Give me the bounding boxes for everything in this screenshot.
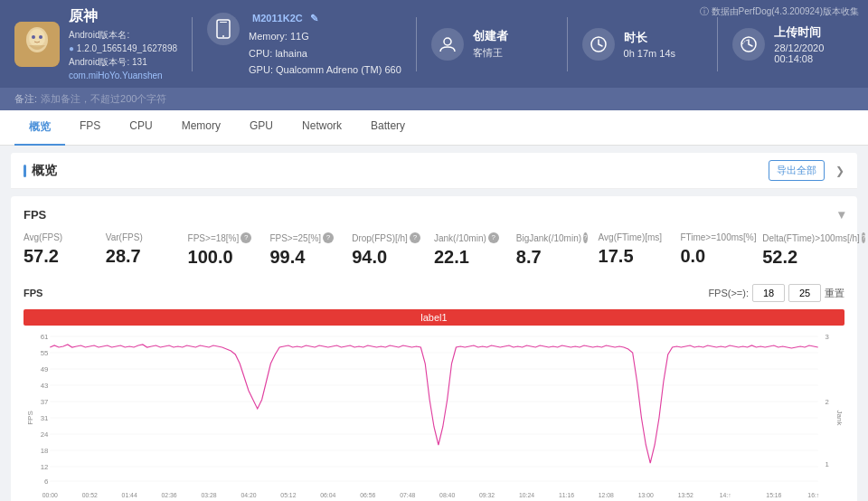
svg-text:3: 3 [826, 333, 830, 341]
tab-network[interactable]: Network [288, 110, 356, 146]
svg-text:03:28: 03:28 [201, 492, 216, 498]
info-icon-bigjank[interactable]: ? [583, 232, 588, 243]
svg-text:1: 1 [826, 460, 829, 468]
fps-section-title: FPS [24, 208, 46, 222]
svg-text:55: 55 [41, 349, 49, 357]
upload-time-section: 上传时间 28/12/2020 00:14:08 [732, 24, 854, 64]
svg-rect-6 [220, 22, 227, 23]
overview-section: 概览 导出全部 ❯ [11, 153, 857, 189]
svg-text:12: 12 [41, 463, 49, 471]
svg-text:07:48: 07:48 [400, 492, 415, 498]
red-label-bar: label1 [24, 309, 844, 326]
fps-stat-bigjank: BigJank(/10min) ? 8.7 [516, 232, 599, 268]
header-divider-4 [717, 17, 718, 71]
threshold-18-input[interactable] [752, 284, 785, 302]
fps-section-header: FPS ▾ [24, 207, 844, 222]
app-text: 原神 Android版本名: ● 1.2.0_1565149_1627898 A… [69, 7, 177, 80]
upload-time-label: 上传时间 [774, 24, 854, 41]
threshold-25-input[interactable] [788, 284, 821, 302]
creator-text: 创建者 客情王 [473, 28, 508, 60]
duration-icon [582, 28, 615, 61]
tab-overview[interactable]: 概览 [14, 110, 65, 146]
creator-section: 创建者 客情王 [431, 28, 552, 61]
svg-rect-11 [24, 327, 844, 499]
info-icon-delta[interactable]: ? [862, 232, 865, 243]
svg-text:02:36: 02:36 [162, 492, 177, 498]
tab-battery[interactable]: Battery [356, 110, 420, 146]
svg-text:12:08: 12:08 [599, 492, 614, 498]
device-info-section: M2011K2C ✎ Memory: 11G CPU: lahaina GPU:… [207, 9, 401, 79]
header-divider-1 [192, 17, 193, 71]
fps-threshold-control: FPS(>=): 重置 [708, 284, 844, 302]
device-detail: Memory: 11G CPU: lahaina GPU: Qualcomm A… [249, 28, 401, 79]
notes-bar: 备注: 添加备注，不超过200个字符 [0, 88, 868, 110]
fps-stat-jank: Jank(/10min) ? 22.1 [434, 232, 516, 268]
device-edit-icon[interactable]: ✎ [310, 13, 318, 24]
fps-stat-gte25: FPS>=25[%] ? 99.4 [269, 232, 352, 268]
fps-stat-avgftime: Avg(FTime)[ms] 17.5 [599, 232, 681, 268]
phone-icon [207, 13, 240, 45]
svg-text:Jank: Jank [835, 411, 844, 426]
creator-icon [431, 28, 464, 61]
svg-point-3 [32, 35, 35, 39]
device-text: M2011K2C ✎ Memory: 11G CPU: lahaina GPU:… [249, 9, 401, 79]
fps-stat-avg: Avg(FPS) 57.2 [24, 232, 106, 268]
app-info-section: 原神 Android版本名: ● 1.2.0_1565149_1627898 A… [14, 7, 177, 80]
svg-text:05:12: 05:12 [280, 492, 296, 498]
tab-cpu[interactable]: CPU [115, 110, 166, 146]
header-divider-2 [416, 17, 417, 71]
info-icon-gte18[interactable]: ? [241, 232, 251, 243]
main-content: 概览 导出全部 ❯ FPS ▾ Avg(FPS) 57.2 Var(FPS) 2… [0, 146, 868, 501]
svg-text:06:04: 06:04 [320, 492, 335, 498]
tab-fps[interactable]: FPS [65, 110, 115, 146]
tab-gpu[interactable]: GPU [235, 110, 288, 146]
source-info: ⓘ 数据由PerfDog(4.3.200924)版本收集 [700, 5, 859, 18]
notes-label: 备注: [14, 92, 37, 106]
chart-fps-label: FPS [24, 288, 42, 298]
overview-title: 概览 [24, 163, 57, 179]
collapse-icon[interactable]: ❯ [835, 165, 844, 177]
svg-text:00:00: 00:00 [42, 492, 58, 498]
svg-text:13:00: 13:00 [638, 492, 654, 498]
svg-text:11:16: 11:16 [559, 492, 574, 498]
svg-text:00:52: 00:52 [82, 492, 98, 498]
svg-text:06:56: 06:56 [360, 492, 375, 498]
svg-text:18: 18 [41, 447, 49, 455]
app-package: com.miHoYo.Yuanshen [69, 71, 177, 80]
creator-value: 客情王 [473, 46, 508, 60]
fps-collapse-icon[interactable]: ▾ [838, 207, 844, 222]
duration-section: 时长 0h 17m 14s [582, 28, 703, 61]
notes-input[interactable]: 添加备注，不超过200个字符 [41, 92, 166, 106]
info-icon-jank[interactable]: ? [488, 232, 499, 243]
creator-label: 创建者 [473, 28, 508, 44]
fps-chart: 61 55 49 43 37 31 24 18 12 6 3 2 1 00:0 [24, 327, 844, 499]
fps-stat-var: Var(FPS) 28.7 [106, 232, 188, 268]
svg-text:09:32: 09:32 [479, 492, 495, 498]
svg-point-2 [29, 29, 45, 47]
duration-value: 0h 17m 14s [624, 48, 675, 59]
svg-text:43: 43 [41, 382, 49, 390]
svg-text:31: 31 [41, 414, 49, 422]
svg-text:FPS: FPS [26, 411, 34, 425]
svg-text:01:44: 01:44 [122, 492, 137, 498]
fps-stat-gte18: FPS>=18[%] ? 100.0 [188, 232, 270, 268]
tab-memory[interactable]: Memory [167, 110, 235, 146]
export-all-button[interactable]: 导出全部 [769, 160, 825, 181]
header-divider-3 [567, 17, 568, 71]
svg-text:24: 24 [41, 430, 49, 439]
fps-stat-ftime100: FTime>=100ms[%] 0.0 [680, 232, 762, 268]
svg-text:37: 37 [41, 398, 49, 406]
threshold-reset-button[interactable]: 重置 [825, 287, 844, 300]
svg-point-8 [444, 38, 451, 45]
fps-stat-delta: Delta(FTime)>100ms[/h] ? 52.2 [762, 232, 844, 268]
svg-text:08:40: 08:40 [439, 492, 455, 498]
info-icon-gte25[interactable]: ? [323, 232, 334, 243]
svg-point-4 [39, 35, 42, 39]
fps-stats-row: Avg(FPS) 57.2 Var(FPS) 28.7 FPS>=18[%] ?… [24, 232, 844, 268]
upload-time-text: 上传时间 28/12/2020 00:14:08 [774, 24, 854, 64]
duration-text: 时长 0h 17m 14s [624, 30, 675, 59]
svg-text:49: 49 [41, 365, 49, 373]
app-detail: Android版本名: ● 1.2.0_1565149_1627898 Andr… [69, 28, 177, 69]
upload-time-value: 28/12/2020 00:14:08 [774, 43, 854, 64]
info-icon-drop[interactable]: ? [410, 232, 420, 243]
